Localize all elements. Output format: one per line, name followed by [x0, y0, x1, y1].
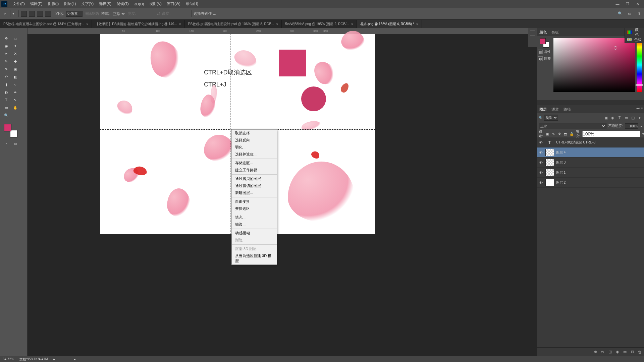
ctx-fill[interactable]: 填充...: [232, 214, 277, 221]
stamp-tool[interactable]: ▣: [11, 66, 19, 72]
close-icon[interactable]: ×: [276, 22, 278, 26]
type-tool[interactable]: T: [2, 97, 10, 103]
layer-name[interactable]: 图层 1: [556, 170, 643, 175]
tab-doc-4[interactable]: 5evWj58Np8.png @ 195% (图层 2, RGB/...×: [282, 20, 357, 28]
ruler-horizontal[interactable]: 50 100 150 200 250 300 340 350: [21, 28, 537, 34]
move-tool[interactable]: ✥: [2, 35, 10, 42]
layer-row[interactable]: 👁 图层 1: [537, 168, 644, 178]
zoom-tool[interactable]: 🔍: [2, 112, 10, 119]
link-layers-icon[interactable]: ⊕: [593, 350, 598, 354]
selection-add-icon[interactable]: [29, 11, 35, 17]
layer-row[interactable]: 👁 图层 4: [537, 147, 644, 158]
adjustment-icon[interactable]: ◉: [615, 350, 620, 354]
lock-all-icon[interactable]: 🔒: [569, 131, 574, 136]
foreground-color-swatch[interactable]: [4, 124, 11, 131]
tab-color[interactable]: 颜色: [539, 30, 547, 35]
workspaces-icon[interactable]: ▭: [627, 11, 633, 17]
eye-icon[interactable]: 👁: [538, 161, 543, 165]
layer-name[interactable]: 图层 4: [556, 150, 643, 155]
blur-tool[interactable]: ○: [11, 81, 19, 88]
window-close-icon[interactable]: ✕: [633, 1, 643, 7]
eye-icon[interactable]: 👁: [538, 140, 543, 144]
layer-filter-select[interactable]: 类型: [544, 115, 558, 121]
tab-swatches-2[interactable]: 色板: [634, 37, 642, 42]
ctx-make-workpath[interactable]: 建立工作路径...: [232, 167, 277, 174]
close-icon[interactable]: ×: [179, 22, 181, 26]
window-maximize-icon[interactable]: ❐: [623, 1, 633, 7]
tab-doc-5[interactable]: 花卉.png @ 165% (图层 4, RGB/8) *×: [357, 20, 422, 28]
tab-doc-1[interactable]: PS教程-电商直通车主图设计.psd @ 134% (三角形拷...×: [0, 20, 92, 28]
mask-icon[interactable]: ◫: [608, 350, 612, 354]
color-swatches[interactable]: [4, 124, 17, 137]
menu-image[interactable]: 图像(I): [45, 0, 61, 8]
eye-icon[interactable]: 👁: [538, 181, 543, 185]
new-layer-icon[interactable]: ⊡: [630, 350, 635, 354]
ctx-motion-blur[interactable]: 动感模糊: [232, 230, 277, 237]
zoom-level[interactable]: 64.72%: [3, 357, 14, 361]
ctx-layer-via-cut[interactable]: 通过剪切的图层: [232, 182, 277, 189]
layer-name[interactable]: 图层 2: [556, 180, 643, 185]
layer-name[interactable]: 图层 3: [556, 160, 643, 165]
lock-position-icon[interactable]: ✎: [551, 131, 556, 136]
filter-adjust-icon[interactable]: ◉: [610, 115, 615, 120]
menu-file[interactable]: 文件(F): [10, 0, 28, 8]
eraser-tool[interactable]: ◧: [11, 73, 19, 80]
group-icon[interactable]: ▭: [623, 350, 627, 354]
more-tools[interactable]: ⋯: [11, 112, 19, 119]
menu-type[interactable]: 文字(Y): [79, 0, 97, 8]
close-icon[interactable]: ×: [351, 22, 353, 26]
filter-pixel-icon[interactable]: ▣: [604, 115, 608, 120]
feather-input[interactable]: [66, 11, 83, 17]
filter-toggle-icon[interactable]: ●: [637, 115, 642, 120]
opacity-input[interactable]: [625, 123, 638, 129]
delete-layer-icon[interactable]: 🗑: [637, 350, 642, 354]
menu-edit[interactable]: 编辑(E): [28, 0, 45, 8]
close-icon[interactable]: ×: [86, 22, 88, 26]
ctx-deselect[interactable]: 取消选择: [232, 130, 277, 137]
side-adjustments[interactable]: ◐调整: [538, 56, 551, 61]
hand-tool[interactable]: ✋: [11, 104, 19, 111]
crop-tool[interactable]: ✂: [2, 50, 10, 57]
style-select[interactable]: 正常: [112, 11, 126, 16]
ctx-inverse[interactable]: 选择反向: [232, 137, 277, 144]
canvas[interactable]: CTRL+D取消选区 CTRL+J 取消选择 选择反向 羽化... 选择并遮住.…: [100, 34, 375, 234]
tab-layers[interactable]: 图层: [539, 107, 547, 112]
panel-menu-icon[interactable]: ≡: [641, 107, 643, 110]
layer-row[interactable]: 👁 图层 2: [537, 178, 644, 188]
collapse-icon[interactable]: ◂◂: [636, 107, 640, 110]
ctx-feather[interactable]: 羽化...: [232, 144, 277, 151]
selection-new-icon[interactable]: [21, 11, 27, 17]
layer-row[interactable]: 👁 图层 3: [537, 158, 644, 168]
eye-icon[interactable]: 👁: [538, 171, 543, 175]
tab-doc-2[interactable]: 【效果图】PS插画篇-鼠绘扁平化沙滩插画.jpg @ 149...×: [92, 20, 184, 28]
screenmode-tool[interactable]: ▭: [11, 140, 19, 147]
menu-window[interactable]: 窗口(W): [164, 0, 183, 8]
lock-pixels-icon[interactable]: ▣: [545, 131, 550, 136]
fill-input[interactable]: [582, 131, 640, 137]
doc-size[interactable]: 文档:958.1K/4.41M: [19, 357, 48, 362]
menu-layer[interactable]: 图层(L): [61, 0, 78, 8]
selection-subtract-icon[interactable]: [37, 11, 43, 17]
menu-filter[interactable]: 滤镜(T): [114, 0, 131, 8]
hue-slider[interactable]: [637, 38, 642, 92]
menu-3d[interactable]: 3D(D): [131, 1, 147, 7]
ctx-new-3d-from-sel[interactable]: 从当前选区新建 3D 模型: [232, 252, 277, 264]
fg-swatch[interactable]: [540, 38, 546, 44]
close-icon[interactable]: ×: [416, 22, 418, 26]
eyedropper-tool[interactable]: ✎: [2, 58, 10, 65]
mini-swatches[interactable]: [540, 38, 549, 48]
lock-artboard-icon[interactable]: ⬒: [563, 131, 568, 136]
swap-wh-icon[interactable]: ⇄: [157, 11, 160, 16]
ctx-free-transform[interactable]: 自由变换: [232, 198, 277, 205]
pen-tool[interactable]: ✒: [11, 89, 19, 96]
tab-swatches[interactable]: 色板: [551, 30, 559, 35]
lasso-tool[interactable]: ◉: [2, 43, 10, 49]
filter-type-icon[interactable]: T: [617, 115, 622, 120]
history-brush-tool[interactable]: ↶: [2, 73, 10, 80]
window-minimize-icon[interactable]: —: [612, 1, 623, 7]
path-tool[interactable]: ↖: [11, 97, 19, 103]
selection-intersect-icon[interactable]: [45, 11, 51, 17]
collapsed-panel-adjust-icon[interactable]: [530, 41, 535, 46]
share-icon[interactable]: ⇪: [636, 11, 642, 17]
wand-tool[interactable]: ✦: [11, 43, 19, 49]
